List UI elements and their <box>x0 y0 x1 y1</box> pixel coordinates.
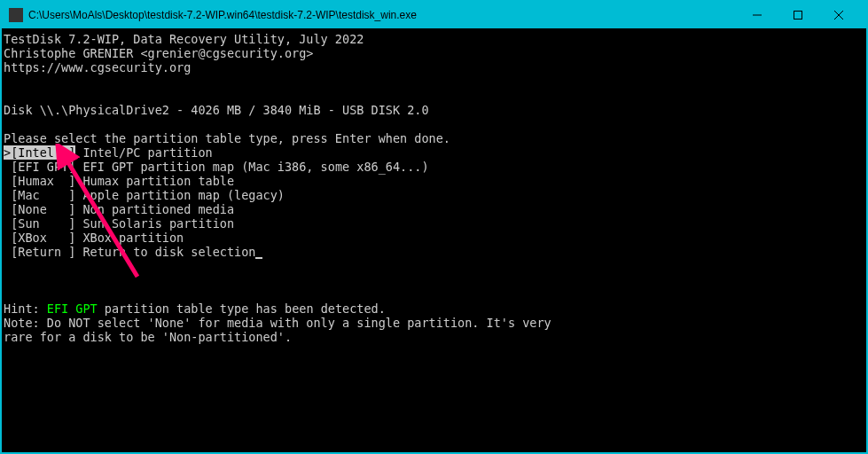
disk-info: Disk \\.\PhysicalDrive2 - 4026 MB / 3840… <box>4 103 429 117</box>
option-sun-desc: Sun Solaris partition <box>75 216 234 231</box>
option-xbox-desc: XBox partition <box>75 231 184 245</box>
option-none-desc: Non partitioned media <box>75 202 234 216</box>
hint-suffix: partition table type has been detected. <box>98 301 386 316</box>
option-return-desc: Return to disk selection <box>75 245 255 259</box>
option-intel-key[interactable]: >[Intel ] <box>4 145 75 160</box>
header-line-1: TestDisk 7.2-WIP, Data Recovery Utility,… <box>4 32 364 46</box>
option-mac-key[interactable]: [Mac ] <box>4 188 75 202</box>
option-none-key[interactable]: [None ] <box>4 202 75 216</box>
option-return-key[interactable]: [Return ] <box>4 245 75 259</box>
hint-detected: EFI GPT <box>47 301 98 316</box>
option-efigpt-key[interactable]: [EFI GPT] <box>4 160 75 174</box>
maximize-button[interactable] <box>778 2 818 28</box>
option-intel-desc: Intel/PC partition <box>75 145 212 160</box>
header-line-2: Christophe GRENIER <grenier@cgsecurity.o… <box>4 46 314 60</box>
hint-prefix: Hint: <box>4 301 47 316</box>
minimize-button[interactable] <box>737 2 778 28</box>
option-efigpt-desc: EFI GPT partition map (Mac i386, some x8… <box>75 160 428 174</box>
terminal-output[interactable]: TestDisk 7.2-WIP, Data Recovery Utility,… <box>2 28 866 452</box>
option-xbox-key[interactable]: [XBox ] <box>4 231 75 245</box>
header-line-3: https://www.cgsecurity.org <box>4 60 191 74</box>
app-window: C:\Users\MoAls\Desktop\testdisk-7.2-WIP.… <box>0 0 868 454</box>
svg-rect-1 <box>794 12 802 20</box>
cursor <box>255 257 262 259</box>
prompt-text: Please select the partition table type, … <box>4 131 450 145</box>
titlebar[interactable]: C:\Users\MoAls\Desktop\testdisk-7.2-WIP.… <box>2 2 866 28</box>
close-button[interactable] <box>818 2 859 28</box>
option-sun-key[interactable]: [Sun ] <box>4 216 75 231</box>
option-mac-desc: Apple partition map (legacy) <box>75 188 285 202</box>
window-controls <box>737 2 859 28</box>
window-title: C:\Users\MoAls\Desktop\testdisk-7.2-WIP.… <box>28 9 737 21</box>
app-icon <box>9 8 23 22</box>
option-humax-key[interactable]: [Humax ] <box>4 174 75 188</box>
option-humax-desc: Humax partition table <box>75 174 234 188</box>
note-text: Note: Do NOT select 'None' for media wit… <box>4 316 551 344</box>
